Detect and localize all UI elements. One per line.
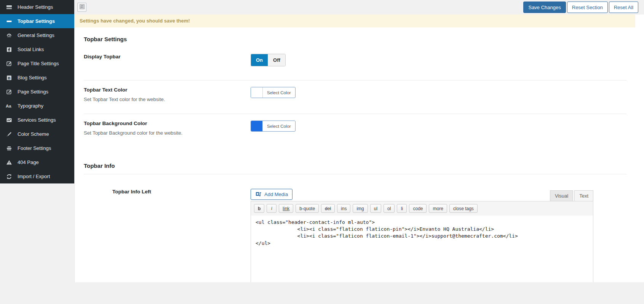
toggle-on-button[interactable]: On [251, 54, 268, 66]
quicktag-ol-button[interactable]: ol [384, 204, 395, 213]
sidebar-item-footer-settings[interactable]: Footer Settings [0, 141, 74, 155]
sidebar-item-label: Topbar Settings [18, 18, 55, 24]
sidebar-item-blog-settings[interactable]: B Blog Settings [0, 71, 74, 85]
sidebar-item-services-settings[interactable]: Services Settings [0, 113, 74, 127]
theme-options-page: Header Settings Topbar Settings General … [0, 0, 644, 304]
sidebar-item-topbar-settings[interactable]: Topbar Settings [0, 14, 74, 28]
sidebar-item-label: Page Title Settings [18, 61, 59, 66]
svg-text:Aa: Aa [6, 104, 11, 108]
sidebar-item-label: Footer Settings [18, 145, 51, 151]
field-row-topbar-info-left: Topbar Info Left Add Media Visual Text [84, 174, 626, 282]
tab-visual[interactable]: Visual [550, 190, 573, 201]
quicktag-blockquote-button[interactable]: b-quote [296, 204, 319, 213]
select-color-label: Select Color [263, 121, 295, 131]
color-swatch [251, 87, 263, 98]
toggle-off-button[interactable]: Off [268, 54, 285, 66]
quicktag-link-button[interactable]: link [279, 204, 293, 213]
blog-icon: B [6, 74, 13, 81]
sidebar-item-label: Services Settings [18, 117, 56, 123]
sidebar-item-typography[interactable]: Aa Typography [0, 99, 74, 113]
sidebar-item-label: General Settings [18, 32, 54, 38]
topbar-text-color-picker-button[interactable]: Select Color [251, 87, 296, 98]
topbar-actions: Save Changes Reset Section Reset All [523, 2, 638, 13]
brush-icon [6, 131, 13, 138]
quicktag-bold-button[interactable]: b [254, 204, 264, 213]
sync-arrows-icon [6, 173, 13, 180]
settings-sidebar: Header Settings Topbar Settings General … [0, 0, 74, 183]
editor-mode-tabs: Visual Text [550, 190, 593, 201]
quicktag-li-button[interactable]: li [397, 204, 407, 213]
field-row-topbar-background-color: Topbar Background Color Set Topbar Backg… [84, 114, 626, 136]
quicktag-img-button[interactable]: img [353, 204, 368, 213]
sidebar-item-404-page[interactable]: 404 Page [0, 155, 74, 169]
media-icon [255, 191, 262, 198]
sidebar-item-label: 404 Page [18, 159, 39, 165]
quicktag-code-button[interactable]: code [409, 204, 427, 213]
sidebar-item-label: Color Scheme [18, 131, 49, 137]
edit-page-icon [6, 60, 13, 67]
sidebar-item-label: Typography [18, 103, 43, 109]
window-layout-icon [79, 4, 85, 11]
sidebar-item-page-settings[interactable]: Page Settings [0, 85, 74, 99]
quicktag-more-button[interactable]: more [429, 204, 447, 213]
sidebar-item-import-export[interactable]: Import / Export [0, 169, 74, 183]
wp-editor: Add Media Visual Text b i link b-quote [251, 189, 593, 282]
edit-page-icon [6, 88, 13, 95]
sidebar-item-label: Import / Export [18, 174, 50, 179]
sidebar-item-label: Header Settings [18, 4, 53, 10]
quicktags-toolbar: b i link b-quote del ins img ul ol li co… [251, 201, 593, 216]
editor-code-textarea[interactable] [251, 216, 593, 282]
quicktag-ul-button[interactable]: ul [370, 204, 381, 213]
field-row-display-topbar: Display Topbar On Off [84, 54, 626, 80]
display-topbar-toggle: On Off [251, 54, 286, 66]
editor-header: Add Media Visual Text [251, 189, 593, 201]
sidebar-item-label: Social Links [18, 47, 44, 52]
subsection-title: Topbar Info [84, 162, 626, 174]
svg-text:B: B [8, 76, 11, 80]
topbar-bar-icon [6, 18, 13, 25]
dashboard-gauge-icon [6, 32, 13, 39]
topbar-background-color-picker-button[interactable]: Select Color [251, 121, 296, 132]
sidebar-item-general-settings[interactable]: General Settings [0, 28, 74, 42]
facebook-icon [6, 46, 13, 53]
sidebar-item-label: Page Settings [18, 89, 48, 95]
reset-all-button[interactable]: Reset All [609, 2, 638, 13]
typography-aa-icon: Aa [6, 103, 13, 109]
field-label: Topbar Text Color Set Topbar Text color … [84, 87, 251, 102]
sidebar-item-label: Blog Settings [18, 75, 47, 80]
save-changes-button[interactable]: Save Changes [523, 2, 566, 13]
header-layout-icon [6, 4, 13, 11]
quicktag-close-tags-button[interactable]: close tags [449, 204, 478, 213]
field-label-text: Topbar Background Color [84, 121, 147, 126]
select-color-label: Select Color [263, 87, 295, 98]
field-label: Topbar Info Left [84, 189, 251, 195]
expand-options-button[interactable] [77, 3, 86, 12]
page-title: Topbar Settings [84, 36, 626, 42]
settings-content: Settings have changed, you should save t… [74, 14, 644, 282]
field-description: Set Topbar Background color for the webs… [84, 130, 251, 136]
sidebar-item-social-links[interactable]: Social Links [0, 42, 74, 56]
tab-text[interactable]: Text [574, 190, 593, 201]
sidebar-item-header-settings[interactable]: Header Settings [0, 0, 74, 14]
quicktag-ins-button[interactable]: ins [337, 204, 350, 213]
reset-section-button[interactable]: Reset Section [567, 2, 608, 13]
add-media-button[interactable]: Add Media [251, 189, 292, 200]
admin-top-bar: Save Changes Reset Section Reset All [74, 0, 644, 14]
footer-lines-icon [6, 145, 13, 152]
quicktag-italic-button[interactable]: i [267, 204, 276, 213]
field-description: Set Topbar Text color for the website. [84, 97, 251, 102]
quicktag-del-button[interactable]: del [321, 204, 335, 213]
chart-icon [6, 117, 13, 124]
unsaved-changes-notice: Settings have changed, you should save t… [75, 14, 635, 27]
sidebar-item-page-title-settings[interactable]: Page Title Settings [0, 56, 74, 71]
field-label: Topbar Background Color Set Topbar Backg… [84, 121, 251, 136]
text-editor-box: b i link b-quote del ins img ul ol li co… [251, 201, 593, 282]
field-row-topbar-text-color: Topbar Text Color Set Topbar Text color … [84, 80, 626, 114]
color-swatch [251, 121, 263, 131]
field-label: Display Topbar [84, 54, 251, 60]
warning-triangle-icon [6, 159, 13, 166]
topbar-settings-panel: Topbar Settings Display Topbar On Off To… [75, 36, 644, 282]
sidebar-item-color-scheme[interactable]: Color Scheme [0, 127, 74, 141]
add-media-label: Add Media [264, 191, 288, 197]
field-label-text: Topbar Text Color [84, 87, 127, 93]
